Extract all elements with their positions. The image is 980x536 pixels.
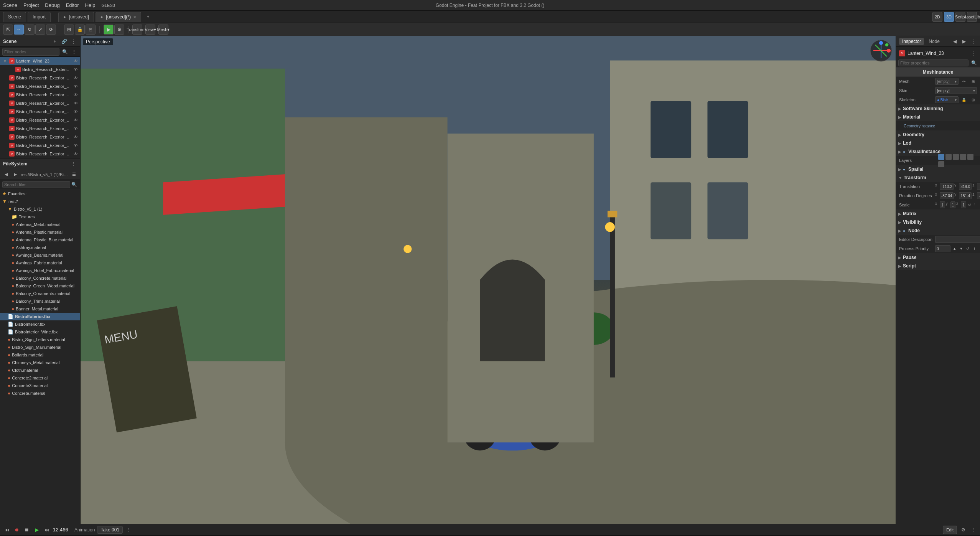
rotation-z-field[interactable]: -90 — [977, 192, 980, 199]
table-row[interactable]: M Bistro_Research_Exterior_Paris_Buil 👁 — [0, 150, 80, 158]
process-priority-down[interactable]: ▼ — [959, 245, 964, 252]
rotation-x-field[interactable]: -87.04 — [940, 192, 954, 199]
search-icon[interactable]: 🔍 — [61, 48, 69, 56]
table-row[interactable]: M Bistro_Research_Exterior_Paris_Buil 👁 — [0, 65, 80, 74]
mesh-dropdown-btn[interactable]: Mesh▾ — [158, 25, 168, 35]
list-item[interactable]: ● Banner_Metal.material — [0, 305, 80, 313]
list-item[interactable]: ● Bistro_Sign_Main.material — [0, 343, 80, 351]
anim-stop-btn[interactable]: ⏹ — [23, 526, 31, 534]
filter-search-icon[interactable]: 🔍 — [970, 59, 978, 67]
scale-x-field[interactable]: 1 — [940, 201, 945, 208]
snap-btn[interactable]: ⊞ — [64, 25, 74, 35]
inspector-options-btn[interactable]: ⋮ — [969, 38, 977, 45]
anim-record-btn[interactable]: ⏺ — [13, 526, 21, 534]
process-priority-up[interactable]: ▲ — [952, 245, 957, 252]
grid-btn[interactable]: ⊟ — [86, 25, 96, 35]
visibility-toggle[interactable]: 👁 — [72, 83, 79, 89]
tab-close-btn[interactable]: ✕ — [133, 15, 136, 19]
mesh-value-dropdown[interactable]: [empty] ▾ — [935, 78, 959, 85]
visibility-toggle[interactable]: 👁 — [72, 92, 79, 98]
layer-chip-2[interactable] — [945, 154, 952, 160]
list-item[interactable]: 📄 BistroExterior.fbx — [0, 313, 80, 320]
section-pause[interactable]: ▶ Pause — [896, 253, 980, 262]
table-row[interactable]: M Bistro_Research_Exterior_Paris_Buil 👁 — [0, 107, 80, 116]
add-node-btn[interactable]: + — [51, 38, 59, 45]
tab-import[interactable]: Import — [28, 12, 51, 22]
anim-more-btn[interactable]: ⋮ — [969, 526, 977, 534]
tool-select[interactable]: ⇱ — [3, 25, 13, 35]
section-script[interactable]: ▶ Script — [896, 262, 980, 270]
view-dropdown-btn[interactable]: View▾ — [145, 25, 155, 35]
link-node-btn[interactable]: 🔗 — [60, 38, 68, 45]
list-item[interactable]: ▼ res:// — [0, 198, 80, 205]
layer-chip-6[interactable] — [938, 161, 944, 167]
list-item[interactable]: ▼ Bistro_v5_1 (1) — [0, 205, 80, 213]
section-geometry[interactable]: ▶ Geometry — [896, 130, 980, 139]
anim-options-btn[interactable]: ⋮ — [125, 526, 133, 534]
settings-btn[interactable]: ⚙ — [114, 25, 124, 35]
list-item[interactable]: ● Bistro_Sign_Letters.material — [0, 336, 80, 343]
visibility-toggle[interactable]: 👁 — [72, 66, 79, 73]
mesh-expand-btn[interactable]: ⊞ — [969, 78, 977, 85]
scale-key-btn[interactable]: ⋮ — [973, 201, 977, 209]
visibility-toggle[interactable]: 👁 — [72, 125, 79, 132]
table-row[interactable]: M Bistro_Research_Exterior_Paris_Buil 👁 — [0, 91, 80, 99]
visibility-toggle[interactable]: 👁 — [72, 109, 79, 115]
section-transform[interactable]: ▼ Transform — [896, 173, 980, 182]
skeleton-expand-btn[interactable]: ⊞ — [969, 96, 977, 104]
table-row[interactable]: M Bistro_Research_Exterior_Paris_Buil 👁 — [0, 141, 80, 150]
section-software-skinning[interactable]: ▶ Software Skinning — [896, 104, 980, 113]
btn-assetlib[interactable]: AssetLib — [967, 12, 977, 22]
layer-chip-3[interactable] — [953, 154, 959, 160]
list-item[interactable]: ● Concrete.material — [0, 389, 80, 397]
transform-dropdown-btn[interactable]: Transform▾ — [132, 25, 142, 35]
scale-y-field[interactable]: 1 — [950, 201, 956, 208]
process-priority-reset[interactable]: ↺ — [965, 245, 970, 252]
list-item[interactable]: 📁 Textures — [0, 213, 80, 221]
section-matrix[interactable]: ▶ Matrix — [896, 209, 980, 218]
list-item[interactable]: ● Awnings_Hotel_Fabric.material — [0, 267, 80, 274]
rotation-y-field[interactable]: 151.4 — [959, 192, 972, 199]
menu-editor[interactable]: Editor — [66, 2, 79, 8]
visibility-toggle[interactable]: 👁 — [72, 142, 79, 148]
section-visibility[interactable]: ▶ Visibility — [896, 218, 980, 226]
skeleton-dropdown[interactable]: ● Bistr ▾ — [935, 96, 959, 103]
table-row[interactable]: M Bistro_Research_Exterior_Paris_Buil 👁 — [0, 124, 80, 133]
tool-custom[interactable]: ⟳ — [46, 25, 56, 35]
visibility-toggle[interactable]: 👁 — [72, 75, 79, 81]
tab-node[interactable]: Node — [926, 38, 943, 45]
list-item[interactable]: ● Awnings_Beams.material — [0, 251, 80, 259]
process-priority-menu[interactable]: ⋮ — [972, 245, 977, 252]
anim-skip-start-btn[interactable]: ⏮ — [3, 526, 11, 534]
visibility-toggle[interactable]: 👁 — [72, 58, 79, 64]
play-scene-btn[interactable]: ▶ — [104, 25, 114, 35]
fs-search-icon[interactable]: 🔍 — [70, 181, 78, 188]
table-row[interactable]: M Bistro_Research_Exterior_Paris_Buil 👁 — [0, 116, 80, 124]
tool-scale[interactable]: ⤢ — [35, 25, 45, 35]
mesh-edit-btn[interactable]: ✏ — [960, 78, 968, 85]
fs-forward-btn[interactable]: ▶ — [12, 171, 19, 178]
btn-3d[interactable]: 3D — [944, 12, 954, 22]
filter-nodes-input[interactable] — [2, 48, 59, 56]
menu-help[interactable]: Help — [85, 2, 96, 8]
table-row[interactable]: M Bistro_Research_Exterior_Paris_Buil 👁 — [0, 74, 80, 82]
list-item[interactable]: ● Balcony_Trims.material — [0, 297, 80, 305]
anim-play-btn[interactable]: ▶ — [33, 526, 41, 534]
layer-chip-1[interactable] — [938, 154, 944, 160]
tab-unsaved-1[interactable]: ● [unsaved] — [58, 12, 94, 22]
viewport-3d[interactable]: MENU — [81, 36, 896, 524]
visibility-toggle[interactable]: 👁 — [72, 134, 79, 140]
list-item[interactable]: ● Chimneys_Metal.material — [0, 359, 80, 366]
scene-options-btn[interactable]: ⋮ — [70, 48, 78, 56]
list-item[interactable]: ● Balcony_Concrete.material — [0, 274, 80, 282]
tab-unsaved-2[interactable]: ● [unsaved](*) ✕ — [96, 12, 141, 22]
visibility-toggle[interactable]: 👁 — [72, 100, 79, 106]
viewport-compass[interactable]: Y X Z — [870, 39, 893, 62]
anim-settings-btn[interactable]: ⚙ — [959, 526, 967, 534]
inspector-history-back[interactable]: ◀ — [951, 38, 959, 45]
tool-rotate[interactable]: ↻ — [25, 25, 35, 35]
list-item[interactable]: ● Cloth.material — [0, 366, 80, 374]
layer-chip-5[interactable] — [967, 154, 973, 160]
menu-debug[interactable]: Debug — [45, 2, 59, 8]
skin-dropdown[interactable]: [empty] ▾ — [935, 87, 977, 94]
